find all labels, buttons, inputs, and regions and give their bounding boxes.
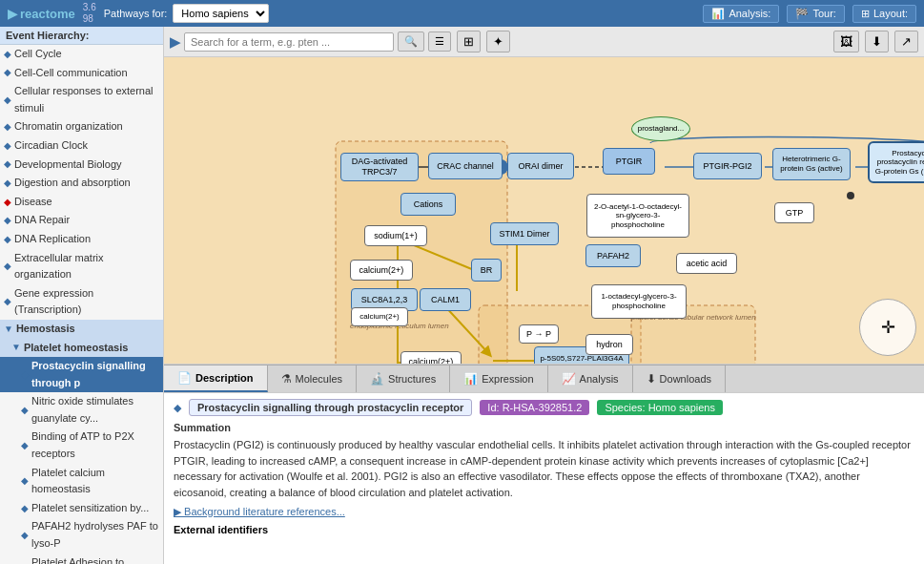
tab-description[interactable]: 📄Description <box>164 366 268 392</box>
app-header: ▶ reactome 3.6 98 Pathways for: Homo sap… <box>0 0 924 27</box>
tab-downloads[interactable]: ⬇Downloads <box>633 366 726 392</box>
search-button[interactable]: 🔍 <box>398 31 424 52</box>
main-area: Event Hierarchy: ◆Cell Cycle◆Cell-Cell c… <box>0 27 924 564</box>
info-section-title: Summation <box>174 422 914 433</box>
node-gtp[interactable]: GTP <box>774 202 814 223</box>
node-cations[interactable]: Cations <box>400 193 456 216</box>
layout-tool-button[interactable]: ✦ <box>486 31 510 52</box>
info-panel: ◆ Prostacyclin signalling through prosta… <box>164 392 924 564</box>
node-calcium-mid[interactable]: calcium(2+) <box>400 351 462 365</box>
image-export-button[interactable]: 🖼 <box>833 31 859 52</box>
tab-label-structures: Structures <box>388 373 436 385</box>
node-ptgir[interactable]: PTGIR <box>603 148 655 175</box>
tab-icon-downloads: ⬇ <box>647 372 656 386</box>
chart-icon: 📊 <box>711 8 725 20</box>
sidebar-item-platelet-calcium[interactable]: ◆Platelet calcium homeostasis <box>0 464 163 499</box>
tab-molecules[interactable]: ⚗Molecules <box>268 366 358 392</box>
sidebar-item-disease[interactable]: ◆Disease <box>0 193 163 212</box>
node-prostacyclic-inactive[interactable]: Prostacyclic-prostacyclin receptor-G-pro… <box>868 141 924 183</box>
node-br[interactable]: BR <box>471 259 502 282</box>
sidebar-item-developmental[interactable]: ◆Developmental Biology <box>0 156 163 175</box>
item-label-dna-replication: DNA Replication <box>14 231 91 248</box>
info-text: Prostacyclin (PGI2) is continuously prod… <box>174 437 914 500</box>
item-icon-platelet-calcium: ◆ <box>21 473 29 489</box>
sidebar-item-dna-repair[interactable]: ◆DNA Repair <box>0 211 163 230</box>
item-label-dna-repair: DNA Repair <box>14 212 70 229</box>
tab-label-analysis: Analysis <box>580 373 619 385</box>
sidebar-item-cell-cycle[interactable]: ◆Cell Cycle <box>0 45 163 64</box>
share-button[interactable]: ↗ <box>894 31 918 52</box>
version2: 98 <box>83 13 96 25</box>
info-header: ◆ Prostacyclin signalling through prosta… <box>174 399 914 416</box>
sidebar-item-gene-expression[interactable]: ◆Gene expression (Transcription) <box>0 284 163 320</box>
version1: 3.6 <box>83 2 96 13</box>
item-icon-pafah2: ◆ <box>21 528 29 543</box>
sidebar-item-cell-cell[interactable]: ◆Cell-Cell communication <box>0 64 163 83</box>
node-calcium-left[interactable]: calcium(2+) <box>350 260 413 281</box>
node-calm1[interactable]: CALM1 <box>420 288 471 311</box>
sidebar-item-platelet-sensitization[interactable]: ◆Platelet sensitization by... <box>0 499 163 518</box>
sidebar-item-dna-replication[interactable]: ◆DNA Replication <box>0 230 163 249</box>
layout-button[interactable]: ⊞ Layout: <box>852 5 916 23</box>
item-label-platelet-homeostasis: Platelet homeostasis <box>24 340 128 357</box>
item-icon-platelet-homeostasis: ▼ <box>11 340 21 355</box>
sidebar-item-binding-atp[interactable]: ◆Binding of ATP to P2X receptors <box>0 428 163 463</box>
node-crac[interactable]: CRAC channel <box>428 153 503 179</box>
sidebar: Event Hierarchy: ◆Cell Cycle◆Cell-Cell c… <box>0 27 164 564</box>
node-stim1[interactable]: STIM1 Dimer <box>490 222 559 245</box>
item-label-platelet-sensitization: Platelet sensitization by... <box>31 500 149 517</box>
item-label-binding-atp: Binding of ATP to P2X receptors <box>31 428 159 462</box>
node-1-octadecyl[interactable]: 1-octadecyl-glycero-3-phosphocholine <box>591 284 687 319</box>
sidebar-item-prostacyclin[interactable]: ◆Prostacyclin signalling through p <box>0 357 163 392</box>
sidebar-item-extracellular[interactable]: ◆Extracellular matrix organization <box>0 249 163 284</box>
node-ptgir-pg2[interactable]: PTGIR-PGI2 <box>693 153 762 179</box>
right-tools: 🖼 ⬇ ↗ <box>832 31 918 52</box>
node-sodium[interactable]: sodium(1+) <box>364 225 427 246</box>
node-dag-trpc[interactable]: DAG-activated TRPC3/7 <box>340 153 419 181</box>
tab-expression[interactable]: 📊Expression <box>450 366 547 392</box>
search-input[interactable] <box>184 32 394 52</box>
node-calcium-small[interactable]: calcium(2+) <box>351 307 408 326</box>
tab-icon-description: 📄 <box>177 371 192 385</box>
node-2d-acyl[interactable]: 2-O-acetyl-1-O-octadecyl-sn-glycero-3-ph… <box>586 194 689 238</box>
tab-icon-analysis: 📈 <box>562 372 576 386</box>
item-label-nitric-oxide: Nitric oxide stimulates guanylate cy... <box>31 393 159 427</box>
pathway-icon: ◆ <box>174 402 181 414</box>
item-label-digestion: Digestion and absorption <box>14 175 131 192</box>
item-label-platelet-adhesion: Platelet Adhesion to exposed collag... <box>31 554 159 564</box>
fit-screen-button[interactable]: ⊞ <box>457 31 481 52</box>
item-icon-binding-atp: ◆ <box>21 438 29 453</box>
download-button[interactable]: ⬇ <box>865 31 889 52</box>
node-hetero-g[interactable]: Heterotrimeric G-protein Gs (active) <box>772 148 851 180</box>
sidebar-item-digestion[interactable]: ◆Digestion and absorption <box>0 174 163 193</box>
item-label-developmental: Developmental Biology <box>14 157 122 174</box>
external-ids-label: External identifiers <box>174 524 914 535</box>
sidebar-item-circadian[interactable]: ◆Circadian Clock <box>0 136 163 156</box>
list-button[interactable]: ☰ <box>428 31 451 52</box>
bg-lit-link[interactable]: ▶ Background literature references... <box>174 506 345 517</box>
tab-label-description: Description <box>195 372 254 384</box>
diagram-area[interactable]: endoplasmic reticulum lumen platelet den… <box>164 57 924 365</box>
pathway-id: Id: R-HSA-392851.2 <box>480 400 589 415</box>
node-orai[interactable]: ORAI dimer <box>507 153 574 179</box>
node-p-p[interactable]: P → P <box>519 324 559 344</box>
sidebar-item-pafah2[interactable]: ◆PAFAH2 hydrolyses PAF to lyso-P <box>0 517 163 553</box>
analysis-button[interactable]: 📊 Analysis: <box>703 5 779 23</box>
sidebar-item-platelet-homeostasis[interactable]: ▼Platelet homeostasis <box>0 339 163 358</box>
node-prostagland[interactable]: prostagland... <box>631 116 690 141</box>
item-icon-nitric-oxide: ◆ <box>21 403 29 418</box>
tab-structures[interactable]: 🔬Structures <box>357 366 450 392</box>
tour-button[interactable]: 🏁 Tour: <box>787 5 844 23</box>
species-select[interactable]: Homo sapiens <box>173 4 269 23</box>
sidebar-item-platelet-adhesion[interactable]: ◆Platelet Adhesion to exposed collag... <box>0 554 163 564</box>
sidebar-item-nitric-oxide[interactable]: ◆Nitric oxide stimulates guanylate cy... <box>0 392 163 428</box>
sidebar-item-chromatin[interactable]: ◆Chromatin organization <box>0 117 163 136</box>
diagram-nav[interactable]: ✛ <box>859 299 916 356</box>
node-acetic-acid[interactable]: acetic acid <box>676 253 737 274</box>
tab-analysis[interactable]: 📈Analysis <box>548 366 633 392</box>
node-hydron1[interactable]: hydron <box>585 334 633 355</box>
item-label-chromatin: Chromatin organization <box>14 118 123 136</box>
sidebar-item-cellular-responses[interactable]: ◆Cellular responses to external stimuli <box>0 82 163 117</box>
node-pafah2[interactable]: PAFAH2 <box>585 244 641 267</box>
sidebar-item-hemostasis[interactable]: ▼Hemostasis <box>0 320 163 339</box>
